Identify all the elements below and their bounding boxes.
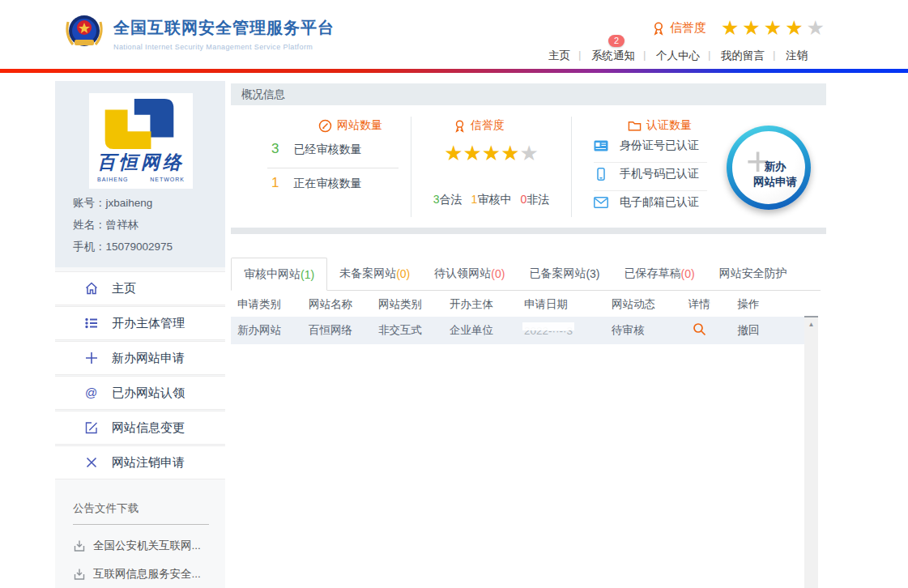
- tab-label: 审核中网站: [244, 267, 301, 282]
- reputation-stars: [721, 18, 828, 38]
- notification-badge: 2: [608, 35, 625, 47]
- reputation-summary: 信誉度: [652, 18, 828, 38]
- download-link-label: 全国公安机关互联网...: [93, 539, 201, 553]
- sidebar-item-site-info-change[interactable]: 网站信息变更: [55, 411, 225, 445]
- tab-to-claim-sites[interactable]: 待认领网站(0): [422, 258, 517, 290]
- page-subtitle: National Internet Security Management Se…: [113, 43, 335, 51]
- reviewed-count-label: 已经审核数量: [293, 143, 361, 157]
- tab-site-security[interactable]: 网站安全防护: [707, 258, 799, 290]
- scroll-up-icon[interactable]: [804, 317, 818, 330]
- section-divider: [231, 228, 826, 234]
- new-site-apply-button[interactable]: + 新办 网站申请: [727, 126, 811, 210]
- home-icon: [84, 281, 99, 296]
- phone-label: 手机：: [73, 241, 106, 253]
- reviewed-count-row: 3 已经审核数量: [271, 141, 407, 157]
- phone-value: 15079002975: [106, 241, 173, 253]
- star-icon: [444, 141, 463, 165]
- sidebar-item-new-site-apply[interactable]: 新办网站申请: [55, 341, 225, 375]
- star-icon: [501, 141, 519, 165]
- page-title: 全国互联网安全管理服务平台: [113, 17, 335, 39]
- tab-label: 待认领网站: [434, 266, 491, 281]
- cert-email-label: 电子邮箱已认证: [620, 195, 699, 210]
- search-icon[interactable]: [693, 322, 706, 336]
- tab-filed-sites[interactable]: 已备案网站(3): [517, 258, 612, 290]
- star-icon: [519, 141, 538, 165]
- phone-icon: [594, 168, 608, 181]
- sidebar-item-claim-site[interactable]: @ 已办网站认领: [55, 376, 225, 410]
- star-icon: [463, 141, 482, 165]
- profile-card: 百恒网络 BAIHENG NETWORK 账号：jxbaiheng 姓名：曾祥林…: [55, 81, 225, 267]
- nav-item-logout[interactable]: 注销: [775, 49, 818, 63]
- name-label: 姓名：: [73, 219, 106, 231]
- legal-stat: 3合法: [433, 193, 463, 207]
- overview-reputation-stars: [411, 141, 571, 166]
- cell-detail: [678, 322, 720, 339]
- account-line: 账号：jxbaiheng: [73, 196, 225, 211]
- nav-item-notifications[interactable]: 2 系统通知: [581, 49, 646, 63]
- top-nav: 主页 2 系统通知 个人中心 我的留言 注销: [538, 49, 818, 63]
- sidebar-item-home[interactable]: 主页: [55, 271, 225, 305]
- site-count-title: 网站数量: [337, 118, 382, 133]
- cell-action: 撤回: [720, 323, 777, 338]
- cert-id-card-label: 身份证号已认证: [620, 138, 699, 153]
- account-label: 账号：: [73, 197, 106, 209]
- tab-unfiled-sites[interactable]: 未备案网站(0): [327, 258, 422, 290]
- account-value: jxbaiheng: [106, 197, 153, 209]
- download-link[interactable]: 互联网信息服务安全...: [73, 567, 225, 582]
- sidebar-item-site-cancel-apply[interactable]: 网站注销申请: [55, 445, 225, 479]
- star-icon: [482, 141, 501, 165]
- overview-panel-title: 概况信息: [231, 83, 826, 105]
- tab-count: (3): [586, 267, 599, 280]
- divider: [571, 117, 572, 217]
- medal-icon: [652, 21, 665, 36]
- sidebar-item-label: 网站注销申请: [112, 455, 185, 471]
- star-icon: [764, 16, 785, 39]
- sidebar-item-sponsor-management[interactable]: 开办主体管理: [55, 306, 225, 340]
- police-emblem-logo: [63, 11, 105, 53]
- cert-phone: 手机号码已认证: [594, 167, 699, 181]
- tab-count: (0): [396, 267, 410, 280]
- nav-item-profile-center[interactable]: 个人中心: [646, 49, 710, 63]
- company-logo-subtext: BAIHENG NETWORK: [97, 177, 185, 182]
- logo-en-right: NETWORK: [150, 177, 185, 182]
- nav-item-home[interactable]: 主页: [538, 49, 581, 63]
- in-review-label: 审核中: [477, 193, 511, 207]
- nav-item-label: 主页: [548, 49, 570, 62]
- list-icon: [84, 316, 99, 330]
- star-icon: [742, 16, 763, 39]
- edit-icon: [84, 420, 99, 435]
- legal-value: 3: [433, 193, 440, 206]
- col-header-action: 操作: [720, 297, 777, 312]
- table-scrollbar[interactable]: [804, 316, 818, 588]
- pen-circle-icon: [318, 119, 332, 133]
- site-tabs: 审核中网站(1) 未备案网站(0) 待认领网站(0) 已备案网站(3) 已保存草…: [231, 258, 821, 291]
- sidebar-item-label: 已办网站认领: [112, 386, 185, 401]
- cell-status: 待审核: [612, 323, 678, 338]
- header: 全国互联网安全管理服务平台 National Internet Security…: [0, 0, 908, 69]
- tab-label: 已备案网站: [529, 266, 586, 281]
- nav-item-my-messages[interactable]: 我的留言: [710, 49, 775, 63]
- cert-id-card: 身份证号已认证: [594, 138, 699, 153]
- download-icon: [73, 568, 86, 581]
- legal-label: 合法: [440, 193, 463, 207]
- tab-in-review-sites[interactable]: 审核中网站(1): [231, 258, 327, 291]
- sidebar-item-label: 开办主体管理: [112, 316, 185, 331]
- withdraw-action[interactable]: 撤回: [738, 324, 760, 336]
- tab-label: 未备案网站: [339, 266, 396, 281]
- illegal-label: 非法: [526, 193, 549, 207]
- tab-saved-drafts[interactable]: 已保存草稿(0): [612, 258, 707, 290]
- main-content: 概况信息 网站数量 3 已经审核数量 1 正在审核数量: [231, 83, 826, 588]
- downloads-title: 公告文件下载: [73, 501, 209, 525]
- name-value: 曾祥林: [106, 219, 139, 231]
- star-icon: [721, 16, 742, 39]
- medal-icon: [454, 119, 466, 133]
- download-link[interactable]: 全国公安机关互联网...: [73, 539, 225, 553]
- divider: [594, 190, 707, 191]
- company-logo: 百恒网络 BAIHENG NETWORK: [89, 93, 193, 189]
- star-icon: [807, 16, 828, 39]
- certification-title-wrap: 认证数量: [628, 118, 692, 133]
- in-review-stat: 1审核中: [471, 193, 512, 207]
- new-site-apply-button-face: + 新办 网站申请: [732, 131, 805, 204]
- col-header-apply-type: 申请类别: [237, 297, 309, 312]
- page: 全国互联网安全管理服务平台 National Internet Security…: [0, 0, 908, 588]
